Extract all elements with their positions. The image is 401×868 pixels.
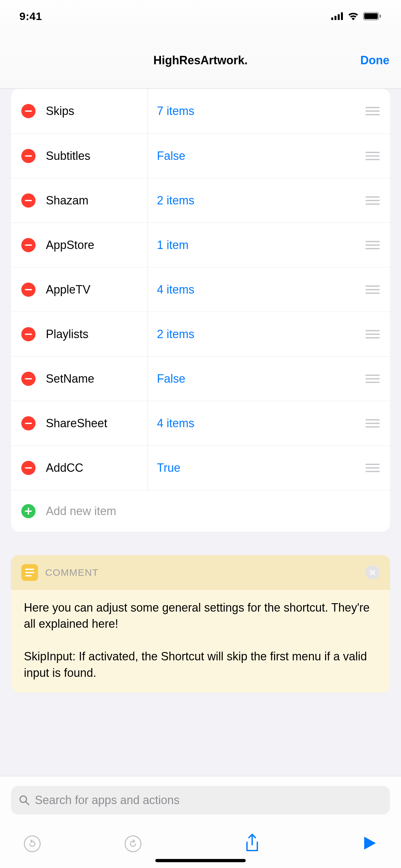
drag-handle-icon[interactable] (366, 285, 380, 294)
dictionary-key[interactable]: Playlists (46, 328, 148, 341)
dictionary-value[interactable]: True (148, 461, 366, 475)
comment-text[interactable]: Here you can adjust some general setting… (11, 590, 390, 693)
dictionary-key[interactable]: Skips (46, 104, 148, 118)
comment-action-card: COMMENT Here you can adjust some general… (11, 555, 390, 693)
dictionary-key[interactable]: AppleTV (46, 283, 148, 297)
svg-rect-5 (364, 13, 378, 19)
run-button[interactable] (363, 835, 377, 852)
delete-row-icon[interactable] (21, 149, 35, 163)
dictionary-value[interactable]: 1 item (148, 238, 366, 252)
add-item-row[interactable]: Add new item (11, 490, 390, 532)
delete-row-icon[interactable] (21, 327, 35, 341)
svg-rect-6 (380, 14, 381, 18)
dictionary-value[interactable]: False (148, 149, 366, 163)
search-input[interactable] (35, 794, 382, 807)
add-item-label: Add new item (46, 504, 116, 518)
svg-rect-3 (341, 12, 343, 20)
dictionary-value[interactable]: 2 items (148, 328, 366, 341)
dictionary-value[interactable]: 2 items (148, 194, 366, 207)
svg-rect-2 (338, 14, 340, 20)
svg-rect-0 (331, 18, 333, 20)
dictionary-key[interactable]: SetName (46, 372, 148, 385)
share-button[interactable] (244, 834, 260, 854)
dictionary-row: AppStore 1 item (11, 222, 390, 267)
add-icon[interactable] (21, 504, 35, 518)
wifi-icon (347, 12, 359, 20)
delete-row-icon[interactable] (21, 416, 35, 430)
comment-header[interactable]: COMMENT (11, 555, 390, 590)
status-indicators (331, 12, 382, 20)
dictionary-row: SetName False (11, 356, 390, 401)
dictionary-row: AddCC True (11, 445, 390, 490)
drag-handle-icon[interactable] (366, 330, 380, 338)
drag-handle-icon[interactable] (366, 107, 380, 115)
search-icon (19, 795, 30, 806)
search-field[interactable] (11, 786, 390, 814)
dictionary-key[interactable]: Shazam (46, 194, 148, 207)
status-bar: 9:41 (0, 0, 401, 32)
dictionary-value[interactable]: False (148, 372, 366, 385)
dictionary-key[interactable]: AppStore (46, 238, 148, 252)
dictionary-key[interactable]: AddCC (46, 461, 148, 475)
dictionary-value[interactable]: 4 items (148, 283, 366, 297)
editor-toolbar (11, 814, 390, 860)
undo-button[interactable] (24, 835, 41, 852)
drag-handle-icon[interactable] (366, 419, 380, 428)
home-indicator[interactable] (155, 859, 246, 862)
drag-handle-icon[interactable] (366, 241, 380, 249)
close-icon[interactable] (366, 565, 380, 580)
dictionary-key[interactable]: Subtitles (46, 149, 148, 163)
battery-icon (363, 12, 382, 20)
delete-row-icon[interactable] (21, 461, 35, 475)
svg-rect-1 (335, 16, 336, 20)
drag-handle-icon[interactable] (366, 152, 380, 160)
dictionary-key[interactable]: ShareSheet (46, 416, 148, 430)
delete-row-icon[interactable] (21, 193, 35, 208)
comment-icon (21, 564, 38, 581)
status-time: 9:41 (19, 10, 42, 23)
dictionary-row: Subtitles False (11, 133, 390, 178)
page-title: HighResArtwork. (153, 54, 248, 67)
dictionary-row: Playlists 2 items (11, 312, 390, 356)
redo-button[interactable] (125, 835, 142, 852)
dictionary-row: ShareSheet 4 items (11, 401, 390, 445)
dictionary-row: Skips 7 items (11, 89, 390, 133)
dictionary-row: AppleTV 4 items (11, 267, 390, 312)
dictionary-value[interactable]: 7 items (148, 104, 366, 118)
dictionary-value[interactable]: 4 items (148, 416, 366, 430)
drag-handle-icon[interactable] (366, 375, 380, 383)
navigation-bar: HighResArtwork. Done (0, 32, 401, 89)
done-button[interactable]: Done (360, 54, 390, 67)
dictionary-card: Skips 7 items Subtitles False Shazam 2 i… (11, 89, 390, 532)
drag-handle-icon[interactable] (366, 196, 380, 205)
delete-row-icon[interactable] (21, 104, 35, 118)
svg-line-8 (26, 802, 29, 805)
dictionary-row: Shazam 2 items (11, 178, 390, 222)
comment-title: COMMENT (45, 567, 98, 578)
delete-row-icon[interactable] (21, 372, 35, 386)
delete-row-icon[interactable] (21, 283, 35, 297)
bottom-bar (0, 776, 401, 868)
cellular-icon (331, 12, 343, 20)
delete-row-icon[interactable] (21, 238, 35, 252)
drag-handle-icon[interactable] (366, 464, 380, 472)
